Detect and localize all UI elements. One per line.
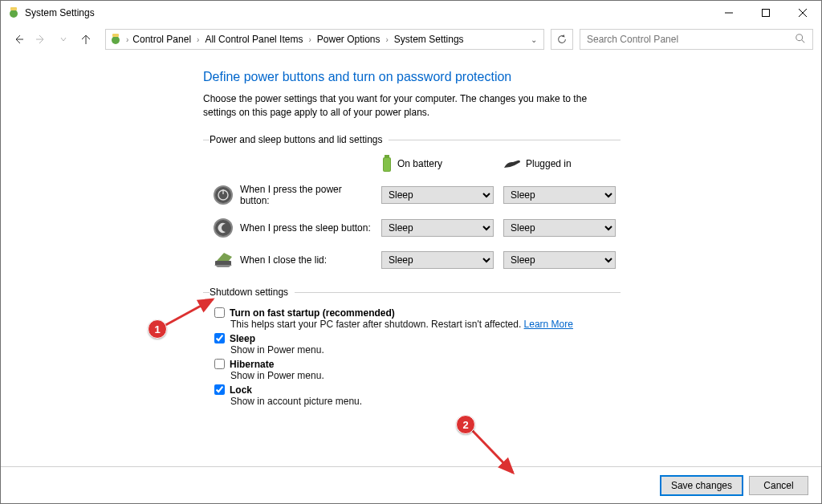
checkbox-fast-startup[interactable] [214, 307, 225, 318]
select-power-battery[interactable]: Do nothingSleepHibernateShut down [381, 186, 494, 204]
checkbox-sleep[interactable] [214, 333, 225, 343]
maximize-button[interactable] [747, 1, 784, 25]
lock-desc: Show in account picture menu. [230, 396, 621, 407]
sleep-desc: Show in Power menu. [230, 344, 621, 356]
hibernate-label: Hibernate [230, 359, 274, 370]
svg-rect-3 [763, 10, 770, 17]
svg-point-9 [112, 36, 120, 44]
battery-icon [381, 155, 393, 173]
search-box[interactable] [580, 29, 813, 50]
content-area: Define power buttons and turn on passwor… [1, 54, 821, 466]
footer-bar: Save changes Cancel [1, 466, 821, 503]
fast-startup-desc: This helps start your PC faster after sh… [230, 319, 524, 330]
column-header-battery: On battery [381, 155, 494, 173]
svg-point-0 [10, 10, 18, 18]
chevron-down-icon[interactable]: ⌄ [527, 35, 540, 44]
recent-dropdown[interactable] [54, 30, 73, 49]
svg-line-12 [802, 39, 805, 43]
close-button[interactable] [784, 1, 821, 25]
cancel-button[interactable]: Cancel [749, 476, 808, 495]
column-header-plugged: Plugged in [503, 158, 616, 169]
select-sleep-battery[interactable]: Do nothingSleepHibernateShut down [381, 219, 494, 237]
breadcrumb-item[interactable]: All Control Panel Items [201, 32, 306, 47]
chevron-right-icon: › [386, 35, 389, 44]
refresh-button[interactable] [551, 29, 573, 50]
section-power-lid-label: Power and sleep buttons and lid settings [210, 134, 389, 145]
checkbox-lock[interactable] [214, 384, 225, 395]
titlebar: System Settings [1, 1, 821, 25]
svg-rect-15 [384, 158, 390, 171]
select-sleep-plugged[interactable]: Do nothingSleepHibernateShut down [503, 219, 616, 237]
chevron-right-icon: › [197, 35, 199, 44]
search-icon [795, 33, 806, 47]
row-power-label: When I press the power button: [240, 184, 372, 206]
lock-label: Lock [230, 384, 252, 396]
learn-more-link[interactable]: Learn More [524, 319, 573, 330]
select-lid-plugged[interactable]: Do nothingSleepHibernateShut down [503, 251, 616, 269]
up-button[interactable] [76, 30, 96, 49]
location-icon [109, 33, 122, 46]
page-description: Choose the power settings that you want … [203, 92, 621, 120]
address-bar[interactable]: › Control Panel › All Control Panel Item… [105, 29, 544, 50]
forward-button[interactable] [31, 30, 51, 49]
select-power-plugged[interactable]: Do nothingSleepHibernateShut down [503, 186, 616, 204]
section-shutdown-label: Shutdown settings [210, 287, 295, 298]
row-lid-label: When I close the lid: [240, 254, 327, 266]
hibernate-desc: Show in Power menu. [230, 370, 621, 381]
breadcrumb-item[interactable]: Power Options [314, 32, 384, 47]
svg-point-11 [796, 34, 803, 40]
plug-icon [503, 158, 521, 169]
navigation-toolbar: › Control Panel › All Control Panel Item… [1, 25, 821, 54]
sleep-button-icon [213, 217, 234, 238]
select-lid-battery[interactable]: Do nothingSleepHibernateShut down [381, 251, 494, 269]
app-icon [7, 6, 20, 19]
breadcrumb-item[interactable]: System Settings [391, 32, 467, 47]
checkbox-hibernate[interactable] [214, 359, 225, 369]
fast-startup-label: Turn on fast startup (recommended) [230, 307, 395, 319]
window-title: System Settings [25, 7, 710, 18]
search-input[interactable] [587, 34, 795, 45]
svg-rect-10 [112, 34, 119, 37]
svg-rect-1 [10, 7, 17, 10]
minimize-button[interactable] [710, 1, 747, 25]
svg-point-21 [215, 220, 231, 236]
chevron-right-icon: › [308, 35, 311, 44]
sleep-label: Sleep [230, 333, 255, 344]
page-heading: Define power buttons and turn on passwor… [203, 70, 621, 84]
svg-rect-13 [385, 155, 389, 157]
breadcrumb-item[interactable]: Control Panel [129, 32, 194, 47]
row-sleep-label: When I press the sleep button: [240, 222, 371, 234]
back-button[interactable] [9, 30, 28, 49]
save-button[interactable]: Save changes [661, 476, 743, 495]
lid-icon [213, 250, 234, 270]
chevron-right-icon: › [126, 35, 128, 44]
breadcrumb: Control Panel › All Control Panel Items … [129, 32, 527, 47]
power-button-icon [213, 185, 234, 205]
